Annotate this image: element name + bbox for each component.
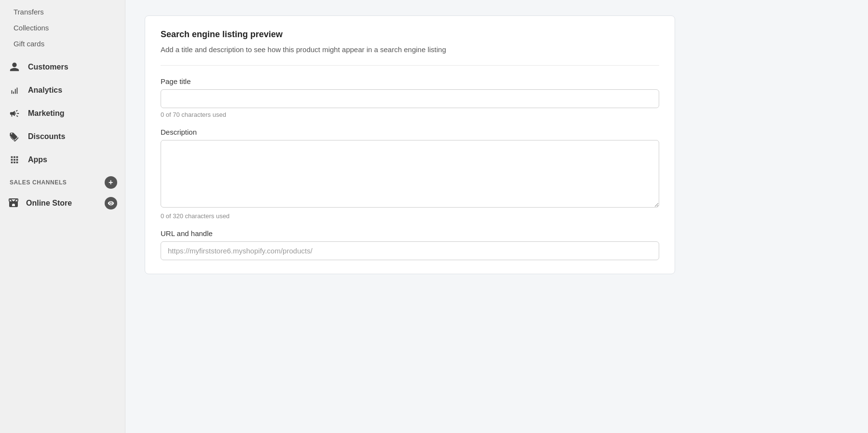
online-store-eye-button[interactable] [105,197,117,210]
page-title-field-group: Page title 0 of 70 characters used [161,77,659,118]
discounts-icon [8,130,21,143]
sidebar-item-apps-label: Apps [28,155,47,164]
url-input[interactable] [161,241,659,260]
sidebar-top-section: Transfers Collections Gift cards [0,0,125,56]
sidebar-item-online-store[interactable]: Online Store [0,192,125,215]
description-textarea[interactable] [161,140,659,208]
sales-channels-header: SALES CHANNELS + [0,171,125,192]
sidebar-item-analytics-label: Analytics [28,86,62,95]
sidebar: Transfers Collections Gift cards Custome… [0,0,125,433]
sidebar-item-customers[interactable]: Customers [0,56,125,79]
page-title-label: Page title [161,77,659,85]
sidebar-item-discounts-label: Discounts [28,132,65,141]
divider [161,65,659,66]
apps-icon [8,153,21,167]
sidebar-item-gift-cards[interactable]: Gift cards [0,36,125,52]
sidebar-item-customers-label: Customers [28,63,68,71]
online-store-icon [8,196,19,210]
page-title-input[interactable] [161,89,659,108]
seo-card: Search engine listing preview Add a titl… [145,15,675,274]
seo-section-title: Search engine listing preview [161,29,659,40]
url-field-group: URL and handle [161,229,659,260]
add-sales-channel-button[interactable]: + [105,176,117,189]
sidebar-item-apps[interactable]: Apps [0,148,125,171]
analytics-icon [8,84,21,97]
main-content: Search engine listing preview Add a titl… [125,0,868,433]
sales-channels-label: SALES CHANNELS [10,179,67,186]
description-field-group: Description 0 of 320 characters used [161,128,659,220]
sidebar-item-discounts[interactable]: Discounts [0,125,125,148]
page-title-char-counter: 0 of 70 characters used [161,111,659,118]
description-label: Description [161,128,659,136]
sidebar-item-collections[interactable]: Collections [0,20,125,36]
sidebar-item-analytics[interactable]: Analytics [0,79,125,102]
description-char-counter: 0 of 320 characters used [161,212,659,220]
marketing-icon [8,107,21,120]
sidebar-item-marketing[interactable]: Marketing [0,102,125,125]
online-store-left: Online Store [8,196,72,210]
sidebar-item-marketing-label: Marketing [28,109,65,118]
sidebar-item-transfers[interactable]: Transfers [0,4,125,20]
online-store-label: Online Store [26,199,72,208]
url-label: URL and handle [161,229,659,237]
seo-section-desc: Add a title and description to see how t… [161,44,659,56]
customers-icon [8,60,21,74]
